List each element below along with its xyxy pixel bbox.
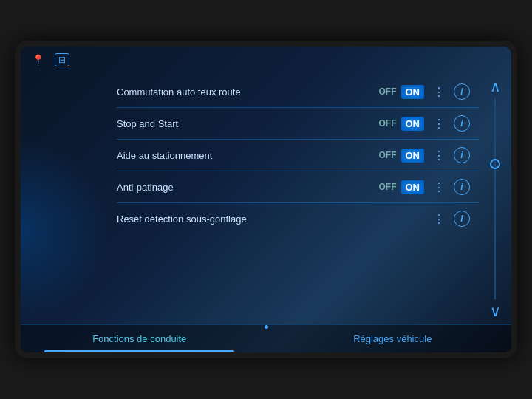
tab-reglages[interactable]: Réglages véhicule (274, 325, 512, 352)
toggle-on-stop-start[interactable]: ON (401, 117, 425, 131)
toggle-group-stop-start: OFFON (376, 117, 425, 131)
info-button-aide-stationnement[interactable]: i (454, 147, 470, 163)
setting-label-anti-patinage: Anti-patinage (117, 182, 376, 193)
menu-dots-aide-stationnement[interactable]: ⋮ (430, 149, 448, 163)
setting-controls-aide-stationnement: OFFON⋮i (376, 147, 471, 163)
info-button-stop-start[interactable]: i (454, 115, 470, 132)
scroll-track (494, 98, 496, 299)
setting-controls-stop-start: OFFON⋮i (376, 115, 471, 132)
setting-label-commutation: Commutation auto feux route (117, 86, 376, 98)
toggle-on-anti-patinage[interactable]: ON (401, 180, 425, 194)
screen-content: 📍 ⊟ Commutation auto feux routeOFFON⋮iSt… (21, 47, 511, 352)
bottom-tabs: Fonctions de conduiteRéglages véhicule (21, 324, 511, 352)
info-button-commutation[interactable]: i (454, 83, 470, 100)
setting-controls-commutation: OFFON⋮i (376, 83, 471, 100)
setting-row-aide-stationnement: Aide au stationnementOFFON⋮i (117, 140, 479, 171)
setting-label-stop-start: Stop and Start (117, 118, 376, 129)
toggle-group-commutation: OFFON (376, 85, 425, 99)
setting-row-stop-start: Stop and StartOFFON⋮i (117, 108, 479, 140)
tab-separator-dot (265, 325, 268, 329)
scroll-down-arrow[interactable]: ∨ (490, 304, 501, 318)
setting-label-reset-detection: Reset détection sous-gonflage (117, 214, 430, 225)
scroll-up-arrow[interactable]: ∧ (490, 79, 501, 94)
setting-row-anti-patinage: Anti-patinageOFFON⋮i (117, 171, 479, 203)
scroll-thumb (490, 159, 500, 169)
temperature-display: 📍 (30, 54, 44, 66)
top-bar: 📍 ⊟ (21, 47, 511, 73)
car-screen: 📍 ⊟ Commutation auto feux routeOFFON⋮iSt… (15, 41, 517, 358)
toggle-group-aide-stationnement: OFFON (376, 149, 425, 163)
main-content: Commutation auto feux routeOFFON⋮iStop a… (21, 73, 511, 324)
info-button-reset-detection[interactable]: i (454, 211, 470, 227)
menu-dots-anti-patinage[interactable]: ⋮ (430, 180, 448, 194)
setting-controls-reset-detection: ⋮i (430, 211, 470, 227)
toggle-off-commutation[interactable]: OFF (376, 85, 400, 98)
toggle-off-anti-patinage[interactable]: OFF (376, 180, 400, 194)
toggle-off-stop-start[interactable]: OFF (376, 117, 400, 130)
settings-list: Commutation auto feux routeOFFON⋮iStop a… (21, 73, 479, 324)
setting-row-commutation: Commutation auto feux routeOFFON⋮i (117, 76, 479, 108)
tab-fonctions[interactable]: Fonctions de conduite (21, 325, 259, 352)
scroll-bar: ∧ ∨ (479, 73, 511, 324)
menu-dots-reset-detection[interactable]: ⋮ (430, 212, 448, 226)
toggle-on-aide-stationnement[interactable]: ON (401, 149, 425, 163)
setting-controls-anti-patinage: OFFON⋮i (376, 179, 471, 195)
location-icon: 📍 (32, 54, 44, 66)
map-icon: ⊟ (55, 53, 69, 66)
setting-row-reset-detection: Reset détection sous-gonflage⋮i (117, 203, 479, 234)
menu-dots-stop-start[interactable]: ⋮ (430, 117, 448, 131)
menu-dots-commutation[interactable]: ⋮ (430, 85, 448, 99)
toggle-group-anti-patinage: OFFON (376, 180, 425, 194)
toggle-on-commutation[interactable]: ON (401, 85, 425, 99)
info-button-anti-patinage[interactable]: i (454, 179, 470, 195)
toggle-off-aide-stationnement[interactable]: OFF (376, 149, 400, 162)
setting-label-aide-stationnement: Aide au stationnement (117, 150, 376, 161)
